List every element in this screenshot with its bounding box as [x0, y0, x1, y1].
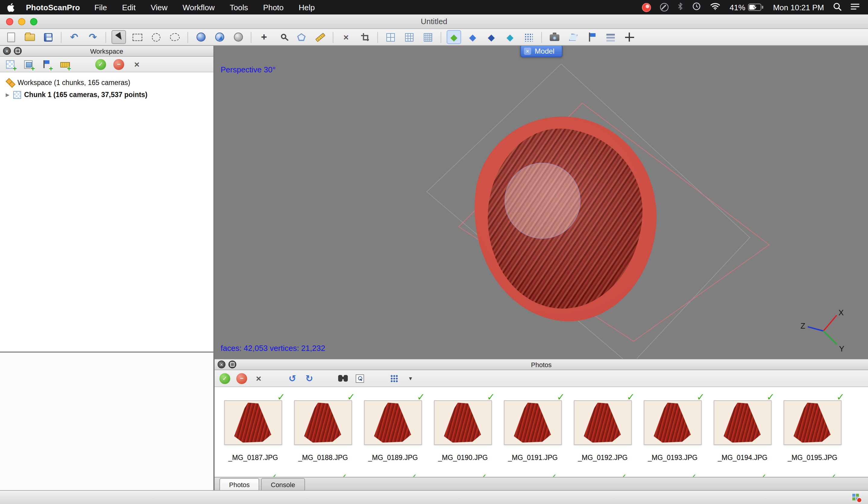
time-machine-icon[interactable] [692, 2, 701, 13]
photo-item[interactable]: ✓ _MG_0188.JPG ✓ [294, 400, 352, 477]
move-tool-icon[interactable]: + [257, 30, 271, 44]
disable-photo-button[interactable]: − [236, 373, 247, 384]
thumbnail-size-arrow-icon[interactable]: ▾ [405, 373, 416, 384]
photo-thumbnail[interactable] [784, 400, 841, 445]
ruler-tool-icon[interactable] [313, 30, 327, 44]
region-tool-icon[interactable] [294, 30, 309, 44]
solid-view-icon[interactable]: ◆ [465, 30, 480, 44]
filter-photos-button[interactable] [338, 373, 349, 384]
rotate-left-button[interactable]: ↺ [287, 373, 298, 384]
undo-icon[interactable]: ↶ [67, 30, 81, 44]
battery-status[interactable]: 41% [730, 3, 764, 12]
menu-edit[interactable]: Edit [122, 3, 136, 12]
grid-view-icon[interactable] [383, 30, 398, 44]
model-viewport[interactable]: × Model Perspective 30° faces: 42,053 ve… [215, 46, 868, 359]
tree-item-workspace[interactable]: Workspace (1 chunks, 165 cameras) [0, 76, 214, 89]
photo-item[interactable]: ✓ _MG_0195.JPG ✓ [784, 400, 841, 477]
photo-thumbnail[interactable] [224, 400, 282, 445]
enable-button[interactable]: ✓ [95, 59, 106, 70]
menu-photo[interactable]: Photo [263, 3, 283, 12]
thumbnail-size-button[interactable] [388, 373, 399, 384]
disclosure-triangle-icon[interactable]: ▶ [5, 92, 10, 97]
wifi-icon[interactable] [710, 2, 721, 12]
photo-thumbnail[interactable] [434, 400, 492, 445]
tab-photos[interactable]: Photos [219, 478, 259, 490]
photo-item[interactable]: ✓ _MG_0193.JPG ✓ [644, 400, 702, 477]
add-scalebar-button[interactable]: + [59, 59, 70, 70]
point-cloud-view-icon[interactable] [521, 30, 536, 44]
add-marker-button[interactable]: + [41, 59, 52, 70]
delete-icon[interactable]: × [339, 30, 353, 44]
navigation-sphere-icon[interactable] [194, 30, 208, 44]
photo-item[interactable]: ✓ _MG_0191.JPG ✓ [504, 400, 562, 477]
menu-workflow[interactable]: Workflow [183, 3, 215, 12]
textured-view-icon[interactable]: ◆ [503, 30, 517, 44]
menu-tools[interactable]: Tools [230, 3, 248, 12]
select-tool-icon[interactable] [112, 30, 126, 44]
redo-icon[interactable]: ↷ [85, 30, 100, 44]
save-project-icon[interactable] [41, 30, 55, 44]
workspace-detach-button[interactable] [14, 47, 22, 55]
network-status-icon[interactable] [852, 494, 860, 501]
enable-photo-button[interactable]: ✓ [219, 373, 230, 384]
photo-thumbnail[interactable] [644, 400, 702, 445]
pan-sphere-icon[interactable] [231, 30, 245, 44]
record-indicator-icon[interactable] [642, 3, 651, 12]
disable-button[interactable]: − [113, 59, 124, 70]
rotate-right-button[interactable]: ↻ [304, 373, 315, 384]
shaded-view-icon[interactable]: ◆ [447, 30, 461, 44]
minimize-button[interactable] [18, 18, 25, 25]
new-document-icon[interactable] [3, 30, 18, 44]
tree-item-chunk[interactable]: ▶ Chunk 1 (165 cameras, 37,537 points) [0, 89, 214, 101]
open-project-icon[interactable] [22, 30, 37, 44]
close-model-tab-icon[interactable]: × [524, 47, 531, 54]
photo-thumbnail[interactable] [364, 400, 422, 445]
photos-detach-button[interactable] [228, 360, 236, 368]
spotlight-icon[interactable] [833, 2, 841, 12]
photo-item[interactable]: ✓ _MG_0189.JPG ✓ [364, 400, 422, 477]
show-shapes-icon[interactable] [566, 30, 580, 44]
tab-console[interactable]: Console [261, 478, 305, 490]
menu-clock[interactable]: Mon 10:21 PM [773, 3, 824, 12]
preview-photo-button[interactable] [354, 373, 365, 384]
show-cameras-icon[interactable] [547, 30, 562, 44]
photo-item[interactable]: ✓ _MG_0194.JPG ✓ [714, 400, 772, 477]
rectangle-selection-icon[interactable] [130, 30, 145, 44]
crop-icon[interactable] [358, 30, 372, 44]
apple-menu[interactable] [7, 3, 15, 12]
menu-file[interactable]: File [94, 3, 107, 12]
photo-item[interactable]: ✓ _MG_0187.JPG ✓ [224, 400, 282, 477]
show-layers-icon[interactable] [603, 30, 618, 44]
zoom-tool-icon[interactable] [276, 30, 290, 44]
do-not-disturb-icon[interactable] [660, 3, 669, 11]
photo-thumbnail[interactable] [504, 400, 562, 445]
app-menu[interactable]: PhotoScanPro [26, 3, 80, 12]
wireframe-view-icon[interactable]: ◆ [484, 30, 498, 44]
circle-selection-icon[interactable] [149, 30, 163, 44]
freeform-selection-icon[interactable] [167, 30, 182, 44]
model-tab[interactable]: × Model [520, 46, 562, 57]
photo-item[interactable]: ✓ _MG_0192.JPG ✓ [574, 400, 632, 477]
notification-center-icon[interactable] [850, 3, 860, 12]
add-photos-button[interactable]: + [23, 59, 34, 70]
window-titlebar[interactable]: Untitled [0, 14, 868, 29]
menu-help[interactable]: Help [299, 3, 315, 12]
photo-thumbnail[interactable] [714, 400, 772, 445]
remove-button[interactable]: × [132, 59, 142, 70]
photo-thumbnail[interactable] [294, 400, 352, 445]
photos-close-button[interactable]: × [218, 360, 225, 368]
menu-view[interactable]: View [151, 3, 167, 12]
ortho-grid-icon[interactable] [402, 30, 416, 44]
bluetooth-icon[interactable] [678, 2, 683, 12]
zoom-button[interactable] [30, 18, 37, 25]
rotate-object-icon[interactable] [212, 30, 227, 44]
photo-thumbnail[interactable] [574, 400, 632, 445]
workspace-close-button[interactable]: × [3, 47, 11, 55]
remove-photo-button[interactable]: × [253, 373, 264, 384]
move-region-icon[interactable] [622, 30, 637, 44]
show-markers-icon[interactable] [585, 30, 599, 44]
add-chunk-button[interactable]: + [5, 59, 16, 70]
photo-item[interactable]: ✓ _MG_0190.JPG ✓ [434, 400, 492, 477]
tiled-grid-icon[interactable] [421, 30, 435, 44]
close-button[interactable] [6, 18, 13, 25]
